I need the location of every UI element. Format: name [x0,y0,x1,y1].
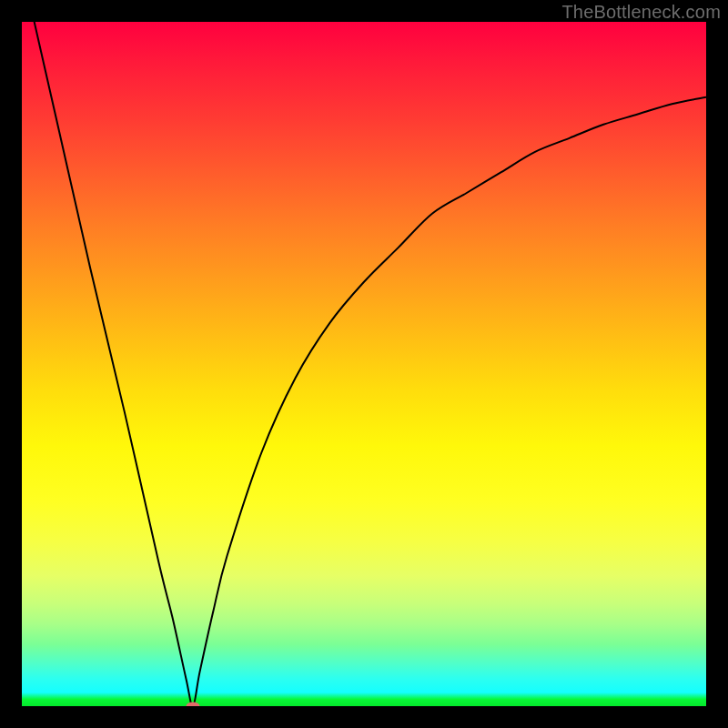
minimum-marker [186,702,199,706]
curve-layer [22,22,706,706]
chart-figure: TheBottleneck.com [0,0,728,728]
plot-area [22,22,706,706]
watermark-text: TheBottleneck.com [561,2,721,23]
bottleneck-curve-path [22,22,706,706]
